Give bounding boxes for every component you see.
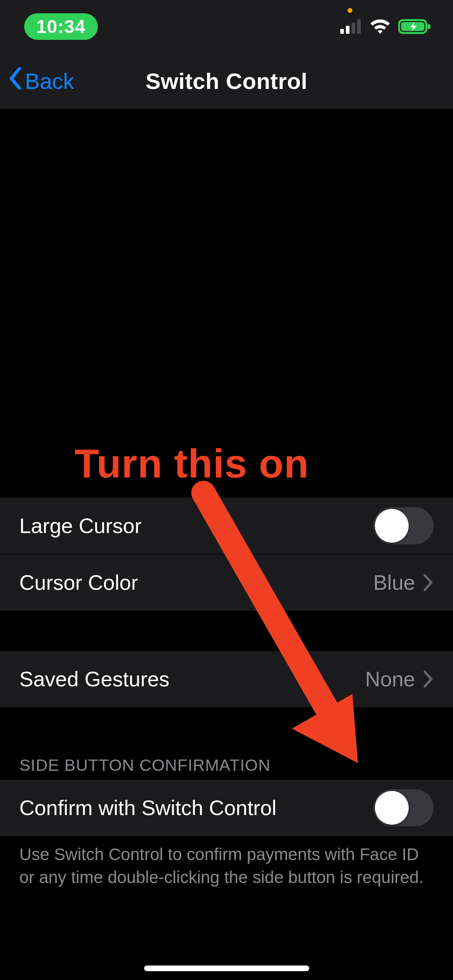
section-spacer [0, 611, 453, 651]
toggle-knob [375, 509, 409, 543]
svg-rect-1 [346, 26, 350, 34]
side-button-section-header: SIDE BUTTON CONFIRMATION [0, 707, 453, 780]
chevron-right-icon [423, 670, 434, 688]
cursor-color-value: Blue [373, 570, 415, 595]
svg-rect-3 [357, 19, 361, 34]
svg-rect-6 [428, 24, 430, 29]
svg-rect-0 [340, 29, 344, 34]
large-cursor-row[interactable]: Large Cursor [0, 498, 453, 554]
chevron-right-icon [423, 574, 434, 591]
status-bar: 10:34 [0, 0, 453, 53]
saved-gestures-label: Saved Gestures [19, 667, 170, 691]
toggle-knob [375, 791, 409, 825]
saved-gestures-value: None [365, 667, 415, 691]
time-pill: 10:34 [24, 13, 98, 40]
side-button-section-footer: Use Switch Control to confirm payments w… [0, 836, 453, 889]
confirm-switch-control-row[interactable]: Confirm with Switch Control [0, 780, 453, 836]
chevron-left-icon [7, 66, 25, 96]
cellular-icon [340, 19, 362, 34]
battery-charging-icon [398, 19, 431, 35]
back-button[interactable]: Back [7, 53, 74, 109]
wifi-icon [369, 19, 391, 35]
saved-gestures-row[interactable]: Saved Gestures None [0, 651, 453, 707]
large-cursor-label: Large Cursor [19, 514, 141, 538]
cursor-color-row[interactable]: Cursor Color Blue [0, 554, 453, 611]
status-right-icons [340, 19, 431, 35]
status-recording-dot [348, 8, 352, 13]
page-title: Switch Control [145, 68, 307, 94]
large-cursor-toggle[interactable] [373, 507, 434, 544]
cursor-color-label: Cursor Color [19, 570, 138, 595]
home-indicator[interactable] [144, 966, 309, 971]
svg-rect-2 [352, 23, 355, 34]
scroll-content-offscreen [0, 109, 453, 498]
status-time-area: 10:34 [24, 13, 98, 40]
confirm-switch-control-toggle[interactable] [373, 789, 434, 826]
back-button-label: Back [25, 68, 74, 94]
annotation-text: Turn this on [74, 441, 309, 487]
navigation-bar: Back Switch Control [0, 53, 453, 109]
confirm-switch-control-label: Confirm with Switch Control [19, 796, 277, 820]
